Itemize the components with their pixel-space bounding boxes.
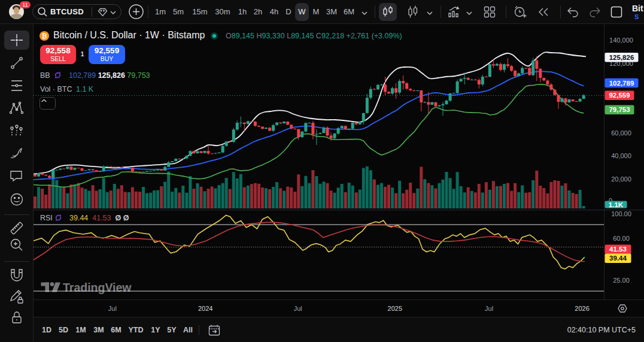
svg-text:60,000: 60,000	[611, 129, 631, 137]
svg-text:Jul: Jul	[108, 305, 117, 312]
svg-text:100.00: 100.00	[611, 210, 631, 217]
svg-text:TradingView: TradingView	[63, 281, 132, 294]
svg-text:20,000: 20,000	[611, 175, 631, 183]
svg-text:1.1K: 1.1K	[609, 201, 624, 208]
svg-text:92,559: 92,559	[609, 92, 630, 99]
svg-text:79,753: 79,753	[609, 106, 630, 113]
svg-text:2026: 2026	[575, 305, 589, 312]
svg-text:102,789: 102,789	[609, 80, 634, 87]
svg-text:Jul: Jul	[485, 305, 493, 312]
svg-text:Jul: Jul	[294, 305, 302, 312]
svg-text:40,000: 40,000	[611, 152, 631, 159]
svg-text:2024: 2024	[198, 305, 212, 312]
svg-text:25.00: 25.00	[613, 277, 630, 284]
svg-text:125,826: 125,826	[609, 54, 634, 61]
svg-text:41.53: 41.53	[609, 246, 627, 253]
svg-text:60.00: 60.00	[613, 235, 630, 242]
svg-text:140,000: 140,000	[609, 37, 633, 44]
svg-text:2025: 2025	[388, 305, 402, 312]
svg-text:39.44: 39.44	[609, 255, 627, 262]
